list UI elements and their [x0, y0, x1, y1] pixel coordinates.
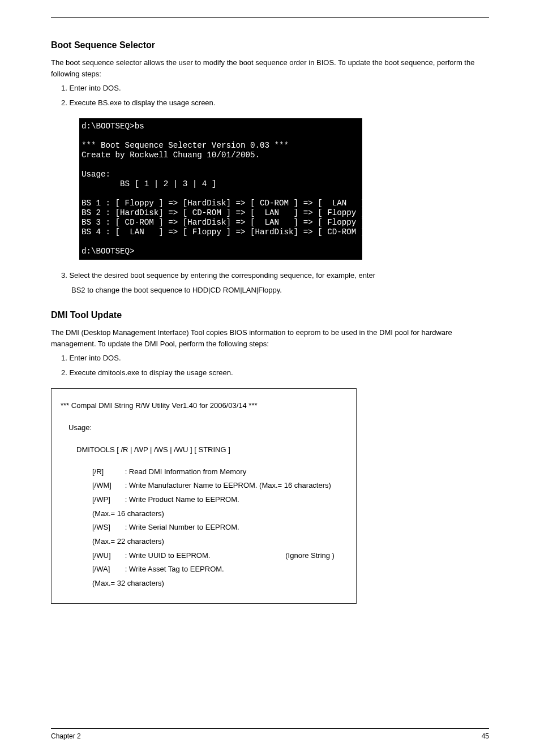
- opt-desc: : Write Manufacturer Name to EEPROM. (Ma…: [125, 479, 331, 493]
- term-line: d:\BOOTSEQ>bs: [82, 122, 144, 131]
- section-dmi-tool: DMI Tool Update The DMI (Desktop Managem…: [51, 310, 489, 603]
- footer-chapter: Chapter 2: [51, 732, 81, 740]
- term-line: BS 1 : [ Floppy ] => [HardDisk] => [ CD-…: [82, 199, 366, 208]
- term-line: d:\BOOTSEQ>: [82, 247, 135, 256]
- spacer: [61, 457, 347, 465]
- box-option: [/WM] : Write Manufacturer Name to EEPRO…: [61, 479, 347, 493]
- opt-extra: (Max.= 22 characters): [92, 535, 164, 549]
- opt-extra: (Max.= 16 characters): [92, 507, 164, 521]
- section-boot-sequence: Boot Sequence Selector The boot sequence…: [51, 40, 489, 295]
- step-3-text: 3. Select the desired boot sequence by e…: [61, 271, 375, 280]
- opt-key: [/WP]: [92, 493, 123, 507]
- spacer: [61, 435, 347, 443]
- step-1: 1. Enter into DOS.: [61, 353, 489, 364]
- step-3b: BS2 to change the boot sequence to HDD|C…: [71, 285, 489, 296]
- opt-key: [/WU]: [92, 549, 123, 563]
- term-line: Usage:: [82, 170, 110, 179]
- term-line: BS [ 1 | 2 | 3 | 4 ]: [82, 179, 216, 188]
- section-intro: The boot sequence selector allows the us…: [51, 57, 489, 79]
- spacer: [61, 413, 347, 421]
- box-option: [/WP] : Write Product Name to EEPROM. (M…: [61, 493, 347, 521]
- opt-desc: : Write UUID to EEPROM.: [125, 549, 284, 563]
- opt-desc: : Read DMI Information from Memory: [125, 465, 247, 479]
- box-option: [/WS] : Write Serial Number to EEPROM. (…: [61, 521, 347, 548]
- section-intro: The DMI (Desktop Management Interface) T…: [51, 327, 489, 349]
- section-title: DMI Tool Update: [51, 310, 489, 320]
- footer-page-number: 45: [482, 732, 489, 740]
- opt-desc: : Write Product Name to EEPROM.: [125, 493, 284, 507]
- opt-key: [/WA]: [92, 562, 123, 577]
- page-body: Boot Sequence Selector The boot sequence…: [0, 0, 540, 604]
- box-option: [/WA] : Write Asset Tag to EEPROM. (Max.…: [61, 562, 347, 590]
- section-title: Boot Sequence Selector: [51, 40, 489, 50]
- terminal-screenshot: d:\BOOTSEQ>bs *** Boot Sequence Selecter…: [79, 118, 362, 260]
- top-rule: [51, 17, 489, 18]
- opt-key: [/R]: [92, 465, 123, 479]
- step-2: 2. Execute dmitools.exe to display the u…: [61, 367, 489, 379]
- opt-key: [/WM]: [92, 479, 123, 493]
- term-line: BS 4 : [ LAN ] => [ Floppy ] => [HardDis…: [82, 227, 366, 237]
- page-footer: Chapter 2 45: [51, 728, 489, 740]
- dmi-usage-box: *** Compal DMI String R/W Utility Ver1.4…: [51, 388, 357, 603]
- box-command: DMITOOLS [ /R | /WP | /WS | /WU ] [ STRI…: [61, 443, 347, 457]
- term-line: BS 3 : [ CD-ROM ] => [HardDisk] => [ LAN…: [82, 218, 366, 227]
- term-line: BS 2 : [HardDisk] => [ CD-ROM ] => [ LAN…: [82, 208, 366, 217]
- box-option: [/WU] : Write UUID to EEPROM. (Ignore St…: [61, 549, 347, 563]
- term-line: Create by Rockwell Chuang 10/01/2005.: [82, 151, 260, 160]
- step-1: 1. Enter into DOS.: [61, 83, 489, 94]
- box-option: [/R] : Read DMI Information from Memory: [61, 465, 347, 479]
- step-3: 3. Select the desired boot sequence by e…: [61, 270, 489, 281]
- opt-extra: (Ignore String ): [285, 549, 335, 563]
- box-header: *** Compal DMI String R/W Utility Ver1.4…: [61, 399, 347, 413]
- opt-desc: : Write Serial Number to EEPROM.: [125, 521, 284, 535]
- term-line: *** Boot Sequence Selecter Version 0.03 …: [82, 141, 289, 150]
- opt-key: [/WS]: [92, 521, 123, 535]
- step-2: 2. Execute BS.exe to display the usage s…: [61, 97, 489, 109]
- opt-extra: (Max.= 32 characters): [92, 577, 164, 591]
- opt-desc: : Write Asset Tag to EEPROM.: [125, 562, 284, 577]
- box-usage-label: Usage:: [61, 421, 347, 435]
